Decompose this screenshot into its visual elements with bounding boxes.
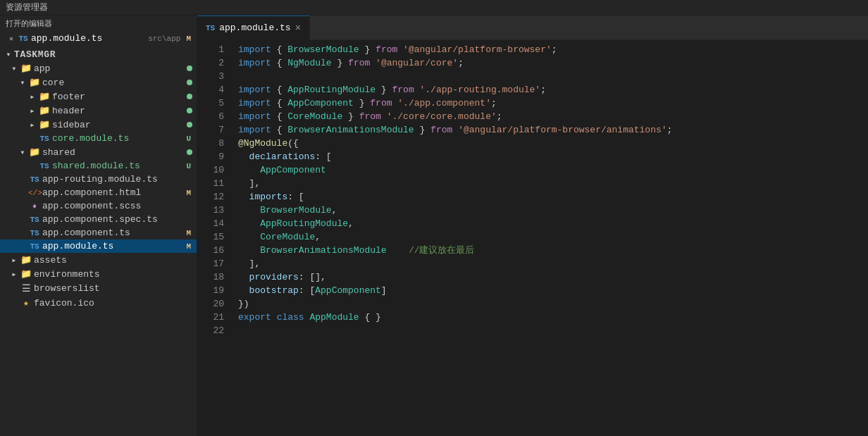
tab-app-module[interactable]: TS app.module.ts × xyxy=(197,15,310,40)
file-app-module-ts[interactable]: TS app.module.ts M xyxy=(0,239,197,253)
folder-assets-arrow: ▶ xyxy=(8,257,20,263)
folder-header-arrow: ▶ xyxy=(27,108,38,114)
list-icon: ☰ xyxy=(20,282,32,294)
folder-shared-label: shared xyxy=(42,147,187,158)
file-core-module[interactable]: TS core.module.ts U xyxy=(0,132,197,145)
code-content[interactable]: import { BrowserModule } from '@angular/… xyxy=(232,40,868,436)
file-app-component-scss-label: app.component.scss xyxy=(42,201,197,211)
folder-icon-shared: 📁 xyxy=(28,147,41,158)
file-app-component-scss[interactable]: ♦ app.component.scss xyxy=(0,199,197,213)
folder-environments-label: environments xyxy=(34,269,197,280)
open-editors-section[interactable]: 打开的编辑器 xyxy=(0,15,197,32)
open-file-badge: M xyxy=(183,35,194,43)
tab-ts-icon: TS xyxy=(206,24,215,32)
code-area[interactable]: 1 2 3 4 5 6 7 8 9 10 11 12 13 14 15 16 1… xyxy=(197,40,868,436)
file-app-component-html[interactable]: </> app.component.html M xyxy=(0,186,197,199)
open-file-name: app.module.ts xyxy=(31,33,148,44)
tab-label: app.module.ts xyxy=(219,23,290,33)
html-icon: </> xyxy=(28,189,41,197)
ts-icon-core: TS xyxy=(38,135,51,143)
file-shared-module[interactable]: TS shared.module.ts U xyxy=(0,159,197,173)
open-editor-item[interactable]: ✕ TS app.module.ts src\app M xyxy=(0,32,197,45)
file-favicon-label: favicon.ico xyxy=(34,298,197,309)
folder-header[interactable]: ▶ 📁 header xyxy=(0,104,197,118)
file-app-component-html-label: app.component.html xyxy=(42,187,183,198)
file-app-module-ts-label: app.module.ts xyxy=(42,241,183,251)
top-bar: 资源管理器 xyxy=(0,0,868,15)
folder-footer[interactable]: ▶ 📁 footer xyxy=(0,89,197,104)
open-file-path: src\app xyxy=(148,35,180,43)
folder-icon-sidebar: 📁 xyxy=(38,119,51,130)
project-root[interactable]: ▼ TASKMGR xyxy=(0,48,197,61)
dot-app xyxy=(187,66,192,71)
folder-core-label: core xyxy=(42,77,187,88)
dot-shared xyxy=(187,149,192,155)
folder-icon-header: 📁 xyxy=(38,105,51,116)
folder-core-arrow: ▼ xyxy=(17,80,28,86)
ts-icon-module: TS xyxy=(28,242,41,251)
folder-core[interactable]: ▼ 📁 core xyxy=(0,75,197,89)
project-arrow: ▼ xyxy=(3,51,14,58)
file-app-component-ts-label: app.component.ts xyxy=(42,228,183,238)
dot-footer xyxy=(187,94,192,99)
file-app-routing-label: app-routing.module.ts xyxy=(42,174,197,185)
project-name: TASKMGR xyxy=(14,49,197,60)
tab-bar: TS app.module.ts × xyxy=(197,15,868,40)
folder-shared-arrow: ▼ xyxy=(17,149,28,156)
folder-environments[interactable]: ▶ 📁 environments xyxy=(0,267,197,281)
scss-icon: ♦ xyxy=(28,202,41,211)
folder-sidebar[interactable]: ▶ 📁 sidebar xyxy=(0,118,197,132)
folder-assets[interactable]: ▶ 📁 assets xyxy=(0,253,197,267)
file-core-module-label: core.module.ts xyxy=(52,133,183,144)
folder-assets-label: assets xyxy=(34,255,197,266)
dot-header xyxy=(187,108,192,113)
folder-app[interactable]: ▼ 📁 app xyxy=(0,61,197,75)
explorer-title: 资源管理器 xyxy=(6,1,48,13)
editor-area: TS app.module.ts × 1 2 3 4 5 6 7 8 9 10 … xyxy=(197,15,868,436)
file-shared-module-label: shared.module.ts xyxy=(52,161,183,171)
dot-sidebar xyxy=(187,122,192,127)
ts-file-icon: TS xyxy=(17,35,30,43)
badge-m-html: M xyxy=(183,189,194,197)
folder-footer-label: footer xyxy=(52,92,187,102)
badge-m-comp: M xyxy=(183,229,194,237)
folder-header-label: header xyxy=(52,106,187,116)
folder-environments-arrow: ▶ xyxy=(8,271,20,278)
badge-u-shared: U xyxy=(183,162,194,170)
folder-icon-footer: 📁 xyxy=(38,91,51,102)
ts-icon-shared: TS xyxy=(38,162,51,170)
ts-icon-routing: TS xyxy=(28,175,41,184)
badge-m-module: M xyxy=(183,242,194,251)
folder-app-label: app xyxy=(34,63,187,74)
folder-sidebar-arrow: ▶ xyxy=(27,122,38,128)
folder-footer-arrow: ▶ xyxy=(27,94,38,100)
sidebar: 打开的编辑器 ✕ TS app.module.ts src\app M ▼ TA… xyxy=(0,15,197,436)
close-icon: ✕ xyxy=(6,35,17,43)
folder-icon-environments: 📁 xyxy=(20,268,32,280)
file-app-component-ts[interactable]: TS app.component.ts M xyxy=(0,226,197,239)
folder-icon-app: 📁 xyxy=(20,63,32,74)
file-browserslist[interactable]: ☰ browserslist xyxy=(0,281,197,296)
folder-shared[interactable]: ▼ 📁 shared xyxy=(0,145,197,159)
ts-icon-comp: TS xyxy=(28,229,41,237)
ts-icon-spec: TS xyxy=(28,216,41,224)
folder-icon-core: 📁 xyxy=(28,77,41,88)
star-icon: ★ xyxy=(20,297,32,309)
tab-close-btn[interactable]: × xyxy=(295,23,301,34)
line-numbers: 1 2 3 4 5 6 7 8 9 10 11 12 13 14 15 16 1… xyxy=(197,40,232,436)
file-browserslist-label: browserslist xyxy=(34,283,197,294)
main-layout: 打开的编辑器 ✕ TS app.module.ts src\app M ▼ TA… xyxy=(0,15,868,436)
badge-u-core: U xyxy=(183,135,194,143)
folder-app-arrow: ▼ xyxy=(8,66,20,72)
folder-icon-assets: 📁 xyxy=(20,254,32,266)
file-favicon[interactable]: ★ favicon.ico xyxy=(0,296,197,310)
folder-sidebar-label: sidebar xyxy=(52,120,187,130)
open-editors-label: 打开的编辑器 xyxy=(6,20,52,28)
dot-core xyxy=(187,80,192,85)
file-app-component-spec[interactable]: TS app.component.spec.ts xyxy=(0,213,197,226)
file-app-routing[interactable]: TS app-routing.module.ts xyxy=(0,173,197,186)
file-app-component-spec-label: app.component.spec.ts xyxy=(42,214,197,225)
